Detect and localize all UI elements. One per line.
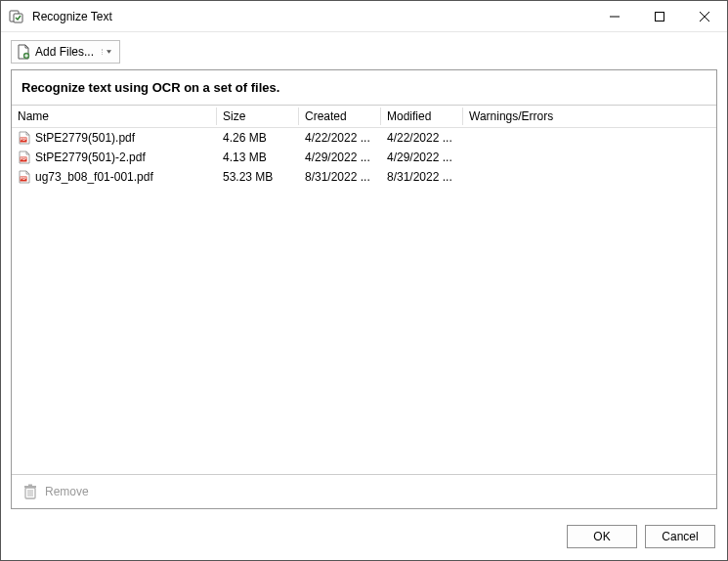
add-files-label: Add Files... [35,45,94,59]
column-header-created[interactable]: Created [299,108,381,125]
pdf-icon: PDF [18,131,31,145]
file-modified: 8/31/2022 ... [381,170,463,184]
add-file-icon [16,44,31,60]
app-icon [9,9,24,24]
file-modified: 4/22/2022 ... [381,131,463,145]
column-header-name[interactable]: Name [12,108,217,125]
file-modified: 4/29/2022 ... [381,151,463,164]
file-size: 4.13 MB [217,151,299,164]
table-row[interactable]: PDF ug73_b08_f01-001.pdf 53.23 MB 8/31/2… [12,167,716,187]
remove-button[interactable]: Remove [45,485,89,498]
ok-button[interactable]: OK [567,525,637,548]
svg-text:PDF: PDF [21,177,26,181]
file-name: StPE2779(501)-2.pdf [35,151,146,164]
svg-rect-20 [28,485,32,487]
column-header-warnings[interactable]: Warnings/Errors [463,108,716,125]
button-bar: OK Cancel [1,519,727,560]
file-created: 4/22/2022 ... [299,131,381,145]
add-files-button[interactable]: Add Files... [11,40,120,64]
svg-text:PDF: PDF [21,138,26,142]
file-created: 8/31/2022 ... [299,170,381,184]
title-bar: Recognize Text [1,1,727,32]
table-row[interactable]: PDF StPE2779(501).pdf 4.26 MB 4/22/2022 … [12,128,716,148]
minimize-button[interactable] [592,1,637,31]
add-files-dropdown-icon[interactable] [102,49,111,55]
content-panel: Recognize text using OCR on a set of fil… [11,69,717,509]
window-controls [592,1,727,31]
pdf-icon: PDF [18,151,31,164]
svg-rect-3 [656,12,664,21]
table-row[interactable]: PDF StPE2779(501)-2.pdf 4.13 MB 4/29/202… [12,148,716,167]
file-rows: PDF StPE2779(501).pdf 4.26 MB 4/22/2022 … [12,127,716,474]
file-size: 53.23 MB [217,170,299,184]
panel-heading: Recognize text using OCR on a set of fil… [12,70,716,105]
file-table: Name Size Created Modified Warnings/Erro… [12,105,716,474]
column-header-size[interactable]: Size [217,108,299,125]
dialog-window: Recognize Text [0,0,728,561]
file-size: 4.26 MB [217,131,299,145]
remove-bar: Remove [12,474,716,508]
column-header-modified[interactable]: Modified [381,108,463,125]
file-created: 4/29/2022 ... [299,151,381,164]
column-headers: Name Size Created Modified Warnings/Erro… [12,106,716,127]
close-button[interactable] [682,1,727,31]
pdf-icon: PDF [18,170,31,184]
trash-icon [21,483,39,500]
svg-text:PDF: PDF [21,157,26,161]
window-title: Recognize Text [32,10,112,23]
toolbar: Add Files... [1,32,727,69]
cancel-button[interactable]: Cancel [645,525,715,548]
file-name: ug73_b08_f01-001.pdf [35,170,153,184]
file-name: StPE2779(501).pdf [35,131,135,145]
maximize-button[interactable] [637,1,682,31]
